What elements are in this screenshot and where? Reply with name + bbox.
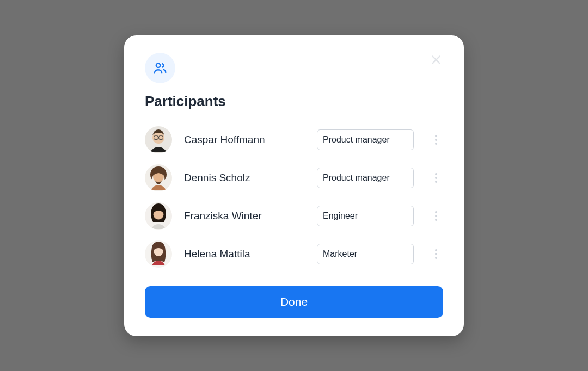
- participant-row: Dennis Scholz: [145, 164, 443, 191]
- participant-row: Franziska Winter: [145, 202, 443, 230]
- svg-point-18: [435, 211, 437, 213]
- role-input[interactable]: [317, 244, 414, 264]
- svg-point-0: [156, 63, 160, 67]
- avatar: [145, 126, 172, 153]
- participant-name: Helena Mattila: [184, 248, 317, 260]
- participants-list: Caspar Hoffmann Dennis Scholz: [145, 126, 443, 268]
- modal-title: Participants: [145, 93, 443, 110]
- kebab-icon: [431, 172, 441, 183]
- role-input[interactable]: [317, 168, 414, 188]
- svg-point-8: [435, 135, 437, 137]
- participant-row: Helena Mattila: [145, 240, 443, 268]
- svg-point-20: [435, 219, 437, 221]
- kebab-icon: [431, 249, 441, 259]
- svg-point-19: [435, 215, 437, 217]
- people-icon: [152, 60, 168, 76]
- done-button[interactable]: Done: [145, 286, 443, 318]
- svg-point-10: [435, 143, 437, 145]
- row-menu-button[interactable]: [429, 208, 443, 224]
- svg-point-25: [435, 257, 437, 259]
- close-button[interactable]: [429, 53, 443, 68]
- kebab-icon: [431, 211, 441, 221]
- avatar: [145, 164, 172, 191]
- kebab-icon: [431, 134, 441, 145]
- close-icon: [430, 54, 442, 66]
- role-input[interactable]: [317, 129, 414, 150]
- svg-point-24: [435, 253, 437, 255]
- svg-point-14: [435, 177, 437, 179]
- participant-name: Franziska Winter: [184, 210, 317, 222]
- svg-point-15: [435, 181, 437, 183]
- people-icon-badge: [145, 53, 175, 83]
- row-menu-button[interactable]: [429, 246, 443, 262]
- role-input[interactable]: [317, 206, 414, 226]
- svg-point-9: [435, 139, 437, 141]
- avatar: [145, 202, 172, 230]
- avatar: [145, 240, 172, 268]
- svg-point-13: [435, 173, 437, 175]
- modal-header: [145, 53, 443, 83]
- row-menu-button[interactable]: [429, 132, 443, 147]
- participant-row: Caspar Hoffmann: [145, 126, 443, 153]
- participant-name: Dennis Scholz: [184, 172, 317, 184]
- participants-modal: Participants Caspar Hoffmann: [124, 35, 464, 336]
- participant-name: Caspar Hoffmann: [184, 134, 317, 146]
- svg-point-23: [435, 249, 437, 251]
- row-menu-button[interactable]: [429, 170, 443, 186]
